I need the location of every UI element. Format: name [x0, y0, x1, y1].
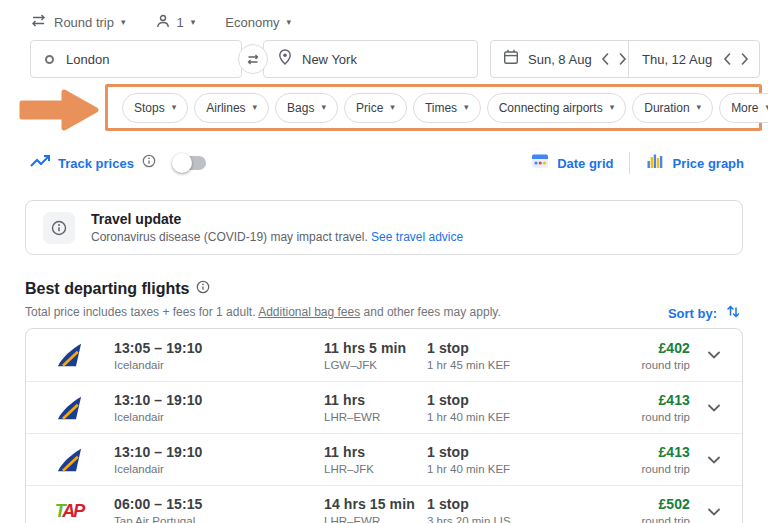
calendar-icon [503, 49, 519, 69]
filters-highlight-box: Stops▾ Airlines▾ Bags▾ Price▾ Times▾ Con… [105, 84, 762, 131]
icelandair-logo-icon [56, 447, 82, 473]
filter-chip-bags[interactable]: Bags▾ [275, 93, 338, 123]
info-icon[interactable] [196, 280, 210, 298]
filter-chip-more[interactable]: More▾ [719, 93, 768, 123]
return-date-field[interactable]: Thu, 12 Aug [629, 41, 759, 77]
flight-price: £502 [598, 496, 690, 512]
chip-label: Bags [287, 101, 314, 115]
return-date-prev-button[interactable] [723, 53, 731, 65]
departure-date-next-button[interactable] [619, 53, 627, 65]
swap-locations-button[interactable] [238, 44, 268, 74]
track-prices-toggle[interactable] [174, 156, 206, 170]
expand-flight-chevron-icon[interactable] [690, 456, 738, 464]
airline-name: Tap Air Portugal [114, 515, 324, 523]
cabin-class-label: Economy [225, 15, 279, 30]
see-travel-advice-link[interactable]: See travel advice [371, 230, 463, 244]
airline-name: Icelandair [114, 411, 324, 423]
caret-down-icon: ▾ [321, 103, 326, 112]
price-note: round trip [598, 463, 690, 475]
flight-times: 13:05 – 19:10 [114, 340, 324, 356]
flight-layover: 1 hr 45 min KEF [427, 359, 598, 371]
flight-list: TAP 13:05 – 19:10 Icelandair 11 hrs 5 mi… [25, 328, 743, 523]
expand-flight-chevron-icon[interactable] [690, 351, 738, 359]
departure-date-prev-button[interactable] [601, 53, 609, 65]
airline-logo: TAP [52, 447, 86, 473]
flight-times: 13:10 – 19:10 [114, 444, 324, 460]
track-prices-label: Track prices [58, 156, 134, 171]
flight-row[interactable]: TAP 13:05 – 19:10 Icelandair 11 hrs 5 mi… [26, 329, 742, 381]
caret-down-icon: ▾ [191, 18, 196, 27]
chip-label: Stops [134, 101, 165, 115]
trip-options-toolbar: Round trip ▾ 1 ▾ Economy ▾ [30, 10, 291, 34]
flight-layover: 3 hrs 20 min LIS [427, 515, 598, 523]
icelandair-logo-icon [56, 342, 82, 368]
info-icon[interactable] [142, 154, 156, 172]
chip-label: More [731, 101, 758, 115]
price-graph-label: Price graph [672, 156, 744, 171]
trip-type-selector[interactable]: Round trip ▾ [30, 14, 126, 30]
chip-label: Connecting airports [499, 101, 603, 115]
caret-down-icon: ▾ [464, 103, 469, 112]
date-grid-label: Date grid [557, 156, 613, 171]
caret-down-icon: ▾ [172, 103, 177, 112]
caret-down-icon: ▾ [121, 18, 126, 27]
icelandair-logo-icon [56, 395, 82, 421]
results-heading: Best departing flights [25, 280, 189, 298]
price-note: round trip [598, 359, 690, 371]
info-icon [43, 212, 75, 244]
sort-arrows-icon [725, 303, 741, 323]
expand-flight-chevron-icon[interactable] [690, 508, 738, 516]
filter-chip-connecting-airports[interactable]: Connecting airports▾ [487, 93, 627, 123]
flight-search-page: Round trip ▾ 1 ▾ Economy ▾ [0, 0, 768, 523]
date-grid-button[interactable]: Date grid [531, 152, 613, 174]
fees-text: Total price includes taxes + fees for 1 … [25, 305, 255, 319]
origin-input[interactable] [66, 52, 196, 67]
price-graph-button[interactable]: Price graph [646, 152, 744, 174]
travel-update-card: Travel update Coronavirus disease (COVID… [25, 200, 743, 255]
filter-chip-stops[interactable]: Stops▾ [122, 93, 188, 123]
departure-date-field[interactable]: Sun, 8 Aug [491, 41, 629, 77]
origin-field[interactable] [30, 40, 242, 78]
flight-row[interactable]: TAP 13:10 – 19:10 Icelandair 11 hrs LHR–… [26, 433, 742, 485]
sort-by-control[interactable]: Sort by: [668, 303, 741, 323]
passenger-count: 1 [177, 15, 184, 30]
flight-duration: 11 hrs [324, 444, 427, 460]
passenger-selector[interactable]: 1 ▾ [156, 14, 196, 31]
filter-chip-times[interactable]: Times▾ [413, 93, 481, 123]
caret-down-icon: ▾ [390, 103, 395, 112]
results-header: Best departing flights Total price inclu… [25, 280, 743, 319]
filter-chip-price[interactable]: Price▾ [344, 93, 407, 123]
airline-name: Icelandair [114, 359, 324, 371]
destination-input[interactable] [302, 52, 432, 67]
flight-route: LHR–JFK [324, 463, 427, 475]
chip-label: Price [356, 101, 383, 115]
return-date-value: Thu, 12 Aug [642, 52, 712, 67]
cabin-class-selector[interactable]: Economy ▾ [225, 15, 291, 30]
swap-arrows-icon [246, 54, 260, 65]
caret-down-icon: ▾ [253, 103, 258, 112]
flight-price: £402 [598, 340, 690, 356]
filter-chip-airlines[interactable]: Airlines▾ [194, 93, 269, 123]
price-note: round trip [598, 411, 690, 423]
chip-label: Airlines [206, 101, 245, 115]
flight-row[interactable]: TAP 06:00 – 15:15 Tap Air Portugal 14 hr… [26, 485, 742, 523]
toggle-knob [172, 153, 192, 173]
fees-text: and other fees may apply. [364, 305, 501, 319]
flight-stops: 1 stop [427, 496, 598, 512]
destination-field[interactable] [263, 40, 478, 78]
expand-flight-chevron-icon[interactable] [690, 404, 738, 412]
sort-by-label: Sort by: [668, 306, 717, 321]
flight-layover: 1 hr 40 min KEF [427, 411, 598, 423]
trending-line-icon [30, 154, 50, 172]
return-date-next-button[interactable] [741, 53, 749, 65]
filter-chip-duration[interactable]: Duration▾ [632, 93, 713, 123]
additional-bag-fees-link[interactable]: Additional bag fees [258, 305, 360, 319]
divider [629, 152, 630, 174]
chip-label: Duration [644, 101, 689, 115]
flight-route: LHR–EWR [324, 515, 427, 523]
flight-row[interactable]: TAP 13:10 – 19:10 Icelandair 11 hrs LHR–… [26, 381, 742, 433]
travel-update-body: Coronavirus disease (COVID-19) may impac… [91, 230, 368, 244]
person-icon [156, 14, 170, 31]
flight-route: LGW–JFK [324, 359, 427, 371]
caret-down-icon: ▾ [610, 103, 615, 112]
